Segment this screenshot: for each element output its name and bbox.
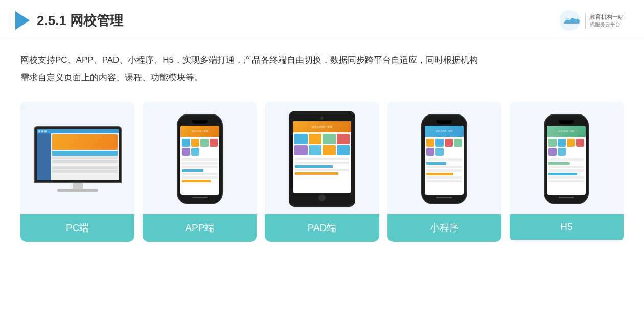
miniapp-phone-screen: 创造人的第一堂课 (425, 126, 464, 195)
card-pc-label: PC端 (20, 214, 134, 242)
card-h5-label: H5 (510, 214, 624, 240)
card-miniapp-label: 小程序 (387, 214, 501, 242)
phone-screen: 创造人的第一堂课 (180, 126, 219, 195)
pc-monitor-mockup (34, 126, 122, 192)
description-area: 网校支持PC、APP、PAD、小程序、H5，实现多端打通，产品各终端自由切换，数… (0, 37, 644, 86)
header-left: 2.5.1 网校管理 (15, 11, 123, 30)
app-phone-mockup: 创造人的第一堂课 (177, 114, 223, 204)
phone-notch (192, 120, 208, 124)
card-h5-image: 创造人的第一堂课 (510, 102, 624, 214)
arrow-icon (15, 11, 30, 30)
miniapp-phone-mockup: 创造人的第一堂课 (421, 114, 467, 204)
h5-phone-notch (559, 120, 574, 124)
logo-area: 云朵 教育机构一站 式服务云平台 (559, 9, 624, 32)
h5-phone-bottom-bar (559, 197, 574, 198)
cards-container: PC端 创造人的第一堂课 (0, 86, 644, 242)
h5-phone-mockup: 创造人的第一堂课 (544, 114, 589, 204)
card-pad-label: PAD端 (265, 214, 379, 242)
pad-tablet-mockup: 创造人的第一堂课 (289, 111, 355, 207)
h5-phone-screen: 创造人的第一堂课 (547, 126, 586, 195)
card-app: 创造人的第一堂课 (143, 102, 257, 242)
description-line2: 需求自定义页面上的内容、课程、功能模块等。 (20, 69, 624, 86)
card-miniapp-image: 创造人的第一堂课 (387, 102, 501, 214)
description-line1: 网校支持PC、APP、PAD、小程序、H5，实现多端打通，产品各终端自由切换，数… (20, 52, 624, 69)
tablet-camera (320, 117, 324, 120)
card-pad-image: 创造人的第一堂课 (265, 102, 379, 214)
card-h5: 创造人的第一堂课 (510, 102, 624, 242)
miniapp-phone-notch (436, 120, 452, 124)
logo-text-area: 教育机构一站 式服务云平台 (585, 13, 624, 28)
card-app-image: 创造人的第一堂课 (143, 102, 257, 214)
logo-tagline1: 教育机构一站 (590, 13, 624, 21)
card-app-label: APP端 (143, 214, 257, 242)
card-pc-image (20, 102, 134, 214)
logo-tagline2: 式服务云平台 (590, 21, 624, 28)
miniapp-phone-bottom-bar (436, 197, 452, 198)
yunduoketang-logo-icon: 云朵 (559, 9, 581, 32)
card-miniapp: 创造人的第一堂课 (387, 102, 501, 242)
phone-bottom-bar (192, 197, 208, 198)
tablet-screen: 创造人的第一堂课 (293, 121, 351, 193)
header: 2.5.1 网校管理 云朵 教育机构一站 式服务云平台 (0, 0, 644, 37)
card-pc: PC端 (20, 102, 134, 242)
page-title: 2.5.1 网校管理 (37, 12, 123, 30)
card-pad: 创造人的第一堂课 (265, 102, 379, 242)
page: 2.5.1 网校管理 云朵 教育机构一站 式服务云平台 网校支持PC、APP、P… (0, 0, 644, 322)
tablet-home-button (318, 194, 326, 201)
